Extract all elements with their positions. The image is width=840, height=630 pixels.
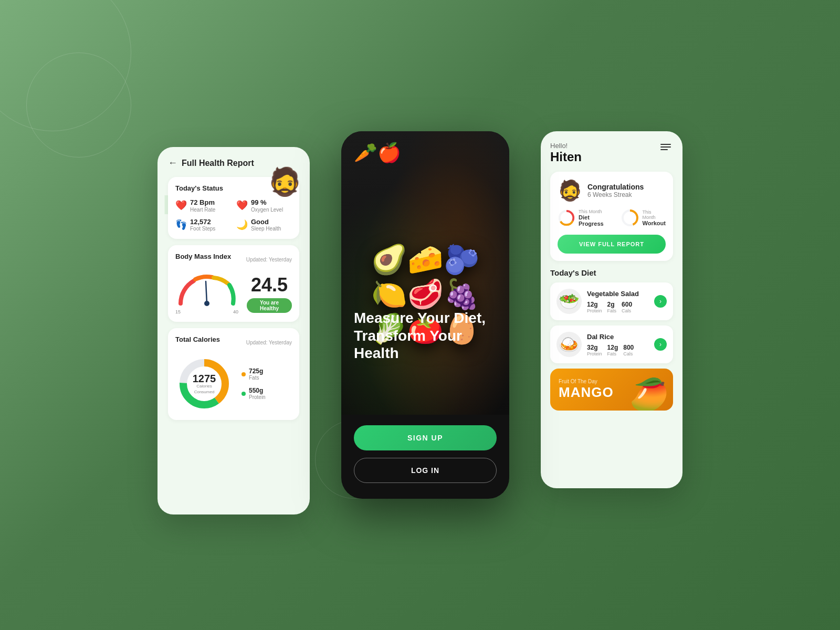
fruit-emoji: 🥭 [629,376,669,411]
fruit-name: MANGO [559,384,614,401]
calories-legend: 725g Fats 550g Protein [242,368,266,400]
oxygen-label: Oxygen Level [251,207,283,213]
calories-header: Total Calories Updated: Yesterday [175,335,292,350]
heart-rate-value: 72 Bpm [190,198,215,207]
protein-macro-2: 32g Protein [587,344,602,356]
diet-progress-info: This Month Diet Progress [579,209,614,227]
workout-progress-name: Workout [643,220,666,226]
bmi-gauge-svg [175,272,238,306]
bmi-value-area: 24.5 You are Healthy [247,274,292,313]
sleep-icon: 🌙 [236,219,248,230]
onboarding-hero: 🥕🍎 🥑🧀🫐 🍋🥩🍇 🥬🍅🥚 Measure Your Diet, Transf… [341,131,509,415]
fats-dot [242,372,246,376]
gauge-labels: 15 40 [175,309,238,314]
bmi-title: Body Mass Index [175,253,231,260]
diet-item-1: 🥗 Vegetable Salad 12g Protein 2g Fats 60… [550,282,673,320]
gauge-max: 40 [233,309,238,314]
svg-line-0 [206,281,207,303]
bg-decoration-2 [26,52,131,158]
streak-weeks: 6 Weeks Streak [587,191,644,198]
bmi-gauge-area: 15 40 24.5 You are Healthy [175,272,292,314]
diet-info-2: Dal Rice 32g Protein 12g Fats 800 Cals [587,333,649,356]
screen-health-report: REPORT ← Full Health Report 🧔 Today's St… [158,147,310,514]
calories-card: Total Calories Updated: Yesterday [168,328,299,420]
diet-progress-name: Diet Progress [579,214,614,227]
streak-congrats: Congratulations [587,183,644,191]
fats-label: Fats [249,375,263,381]
sleep-label: Sleep Health [251,226,281,232]
screens-container: REPORT ← Full Health Report 🧔 Today's St… [158,116,682,514]
streak-top: 🧔 Congratulations 6 Weeks Streak [558,179,666,202]
steps-label: Foot Steps [190,226,215,232]
screen-onboarding: 🥕🍎 🥑🧀🫐 🍋🥩🍇 🥬🍅🥚 Measure Your Diet, Transf… [341,131,509,499]
gauge-min: 15 [175,309,181,314]
report-title: Full Health Report [182,159,254,168]
diet-macros-1: 12g Protein 2g Fats 600 Cals [587,301,649,313]
diet-info-1: Vegetable Salad 12g Protein 2g Fats 600 … [587,290,649,313]
fats-macro-1: 2g Fats [607,301,617,313]
fats-value: 725g [249,368,263,375]
donut-value: 1275 [193,373,216,384]
diet-progress-ring [558,208,575,227]
workout-progress-info: This Month Workout [643,209,666,226]
protein-value: 550g [249,387,266,394]
heart-icon: ❤️ [175,200,187,211]
svg-point-1 [204,301,209,306]
bmi-card: Body Mass Index Updated: Yesterday [168,245,299,322]
signup-button[interactable]: SIGN UP [354,425,497,450]
fats-legend-item: 725g Fats [242,368,266,381]
view-full-report-button[interactable]: VIEW FULL REPORT [558,235,666,254]
dash-name: Hiten [550,150,582,164]
sleep-item: 🌙 Good Sleep Health [236,218,292,232]
steps-value: 12,572 [190,218,215,226]
diet-macros-2: 32g Protein 12g Fats 800 Cals [587,344,649,356]
bmi-updated: Updated: Yesterday [246,257,292,262]
menu-icon[interactable] [658,142,673,152]
streak-text-area: Congratulations 6 Weeks Streak [587,183,644,198]
donut-sub: Calories Consumed [193,384,216,395]
diet-img-2: 🍛 [556,332,582,357]
heart-rate-label: Heart Rate [190,207,215,213]
workout-progress-label: This Month [643,209,666,220]
streak-card: 🧔 Congratulations 6 Weeks Streak This Mo… [550,172,673,261]
menu-line-1 [660,144,671,145]
cals-macro-2: 800 Cals [623,344,634,356]
back-arrow-icon[interactable]: ← [168,158,177,169]
dash-header: Hello! Hiten [550,142,673,164]
diet-item-2: 🍛 Dal Rice 32g Protein 12g Fats 800 Cals [550,326,673,363]
avatar-emoji: 🧔 [268,166,302,197]
workout-progress-ring [621,208,639,227]
screen-dashboard: Hello! Hiten 🧔 Congratulations 6 Weeks S… [541,131,682,488]
protein-dot [242,392,246,396]
diet-arrow-1[interactable]: › [654,295,667,308]
diet-section-title: Today's Diet [550,268,673,277]
calories-updated: Updated: Yesterday [246,340,292,345]
steps-item: 👣 12,572 Foot Steps [175,218,231,232]
calories-title: Total Calories [175,335,220,343]
onboarding-text: Measure Your Diet, Transform Your Health [354,309,497,404]
donut-center: 1275 Calories Consumed [193,373,216,395]
dash-greeting: Hello! [550,142,582,150]
protein-label: Protein [249,394,266,400]
bmi-badge: You are Healthy [247,298,292,313]
fruit-text-area: Fruit Of The Day MANGO [559,379,614,401]
streak-avatar: 🧔 [558,179,582,202]
steps-icon: 👣 [175,219,187,230]
login-button[interactable]: LOG IN [354,458,497,483]
menu-line-2 [660,146,671,148]
oxygen-icon: ❤️ [236,200,248,211]
bmi-number: 24.5 [247,274,292,296]
veggie-icon: 🥕🍎 [354,142,401,164]
bmi-header: Body Mass Index Updated: Yesterday [175,253,292,267]
streak-progress: This Month Diet Progress This Month Work… [558,208,666,227]
diet-img-1: 🥗 [556,289,582,314]
cals-macro-1: 600 Cals [622,301,632,313]
donut-wrapper: 1275 Calories Consumed [175,355,233,413]
onboarding-headline: Measure Your Diet, Transform Your Health [354,309,497,362]
report-avatar: 🧔 [268,168,304,205]
heart-rate-item: ❤️ 72 Bpm Heart Rate [175,198,231,213]
fruit-banner: Fruit Of The Day MANGO 🥭 [550,369,673,411]
fats-macro-2: 12g Fats [607,344,618,356]
diet-arrow-2[interactable]: › [654,338,667,351]
protein-macro-1: 12g Protein [587,301,602,313]
